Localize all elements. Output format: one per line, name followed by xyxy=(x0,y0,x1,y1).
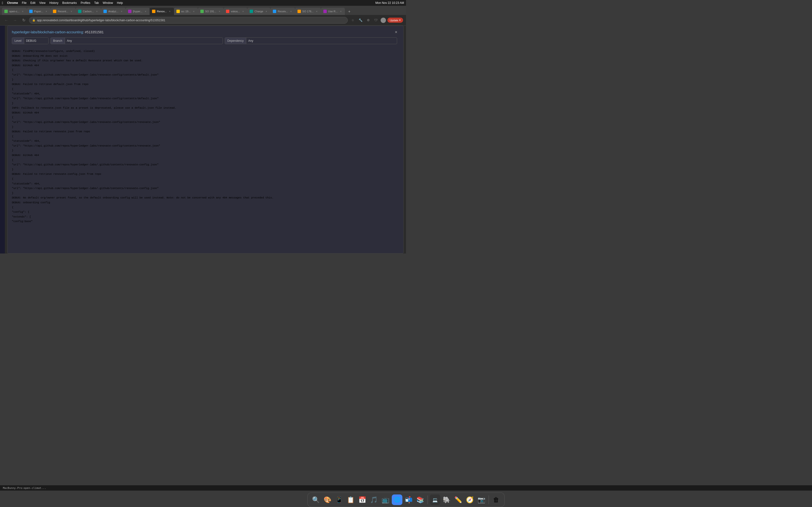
addressbar: ← → ↻ 🔒 app.renovatebot.com/dashboard#gi… xyxy=(0,15,406,25)
tab-close-11[interactable]: × xyxy=(265,10,268,13)
branch-filter-label: Branch xyxy=(51,38,65,44)
browser-content: hyperledger-labs/blockchain-carbon-accou… xyxy=(0,25,406,253)
log-line-9c: } xyxy=(12,167,399,172)
tab-close-1[interactable]: × xyxy=(21,10,24,13)
tab-6[interactable]: [hyper... × xyxy=(126,8,150,15)
tab-close-10[interactable]: × xyxy=(242,10,245,13)
tab-close-6[interactable]: × xyxy=(144,10,147,13)
log-line-7: DEBUG: GitHub 404 xyxy=(12,111,399,115)
tab-9[interactable]: SO 191... × xyxy=(198,8,223,15)
tab-favicon-14 xyxy=(323,10,327,13)
menubar-history[interactable]: History xyxy=(49,1,58,5)
tab-8[interactable]: so::19... × xyxy=(174,8,198,15)
level-filter-group: Level DEBUGINFOWARN xyxy=(12,38,49,44)
tab-7[interactable]: Renov... × xyxy=(150,8,174,15)
tab-favicon-9 xyxy=(200,10,204,13)
tab-label-5: Analyz... xyxy=(108,10,118,13)
tab-13[interactable]: SO 176... × xyxy=(295,8,321,15)
tab-close-9[interactable]: × xyxy=(218,10,221,13)
log-line-5b: "statusCode": 404, xyxy=(12,92,399,96)
back-button[interactable]: ← xyxy=(3,17,10,24)
tab-close-12[interactable]: × xyxy=(289,10,293,13)
log-line-9b: "url": "https://api.github.com/repos/hyp… xyxy=(12,163,399,167)
update-chevron-icon: ▾ xyxy=(399,18,401,22)
menubar-view[interactable]: View xyxy=(39,1,46,5)
tab-label-14: Use R... xyxy=(328,10,338,13)
level-filter-select[interactable]: DEBUGINFOWARN xyxy=(24,38,48,44)
log-line-8b: "statusCode": 404, xyxy=(12,139,399,144)
menubar-tab[interactable]: Tab xyxy=(94,1,99,5)
log-line-10b: "statusCode": 404, xyxy=(12,181,399,186)
log-modal: hyperledger-labs/blockchain-carbon-accou… xyxy=(7,25,404,253)
lock-icon: 🔒 xyxy=(32,18,36,22)
tab-2[interactable]: Paper... × xyxy=(27,8,51,15)
branch-filter-input[interactable] xyxy=(65,38,105,44)
menubar-time: Mon Nov 22 10:23 AM xyxy=(375,1,404,5)
tab-favicon-4 xyxy=(78,10,82,13)
tab-14[interactable]: Use R... × xyxy=(321,8,345,15)
tab-favicon-13 xyxy=(298,10,301,13)
menubar:  Chrome File Edit View History Bookmark… xyxy=(0,0,406,6)
forward-button[interactable]: → xyxy=(12,17,18,24)
tab-3[interactable]: Recent... × xyxy=(51,8,75,15)
tab-close-7[interactable]: × xyxy=(168,10,171,13)
update-label: Update xyxy=(390,19,398,22)
modal-close-button[interactable]: × xyxy=(393,29,399,35)
tab-4[interactable]: Carbon... × xyxy=(75,8,101,15)
tab-close-14[interactable]: × xyxy=(339,10,343,13)
menubar-file[interactable]: File xyxy=(22,1,27,5)
repo-link[interactable]: hyperledger-labs/blockchain-carbon-accou… xyxy=(12,30,83,34)
menubar-profiles[interactable]: Profiles xyxy=(81,1,90,5)
log-line-6: INFO: Fallback to renovate.json file as … xyxy=(12,106,399,111)
bookmark-icon[interactable]: ☆ xyxy=(350,17,356,23)
tab-favicon-1 xyxy=(4,10,8,13)
tab-close-13[interactable]: × xyxy=(315,10,318,13)
extension-icon-1[interactable]: 🔧 xyxy=(357,17,364,23)
tab-label-2: Paper... xyxy=(34,10,43,13)
user-avatar[interactable] xyxy=(380,18,386,23)
tab-label-11: Charge xyxy=(254,10,263,13)
extension-icon-2[interactable]: ⚙ xyxy=(365,17,371,23)
apple-menu[interactable]:  xyxy=(2,1,3,5)
log-line-12: DEBUG: onboarding config xyxy=(12,201,399,205)
log-container[interactable]: DEBUG: findPR(renovate/configure, undefi… xyxy=(7,47,403,253)
url-bar[interactable]: 🔒 app.renovatebot.com/dashboard#github/h… xyxy=(29,17,348,24)
menubar-chrome[interactable]: Chrome xyxy=(7,1,18,5)
menubar-bookmarks[interactable]: Bookmarks xyxy=(62,1,77,5)
log-line-3: DEBUG: Checking if this org/owner has a … xyxy=(12,58,399,63)
tab-1[interactable]: open-c... × xyxy=(2,8,27,15)
log-line-4c: } xyxy=(12,77,399,82)
log-line-4a: { xyxy=(12,68,399,73)
tab-close-8[interactable]: × xyxy=(192,10,196,13)
log-line-7b: "url": "https://api.github.com/repos/hyp… xyxy=(12,120,399,125)
tab-10[interactable]: vokos... × xyxy=(223,8,247,15)
log-line-9a: { xyxy=(12,158,399,163)
url-text: app.renovatebot.com/dashboard#github/hyp… xyxy=(37,18,345,22)
tab-favicon-8 xyxy=(176,10,180,13)
tab-close-2[interactable]: × xyxy=(45,10,48,13)
tab-5[interactable]: Analyz... × xyxy=(101,8,126,15)
menubar-help[interactable]: Help xyxy=(117,1,123,5)
reload-button[interactable]: ↻ xyxy=(20,17,27,24)
branch-filter-group: Branch xyxy=(51,38,223,44)
extension-icon-3[interactable]: 🛡 xyxy=(373,17,379,23)
tab-label-7: Renov... xyxy=(157,10,166,13)
log-line-10a: { xyxy=(12,177,399,181)
log-line-5a: { xyxy=(12,87,399,92)
log-line-8c: "url": "https://api.github.com/repos/hyp… xyxy=(12,144,399,149)
log-line-5d: } xyxy=(12,101,399,106)
menubar-window[interactable]: Window xyxy=(103,1,113,5)
new-tab-button[interactable]: + xyxy=(346,8,353,15)
tab-12[interactable]: Receiv... × xyxy=(270,8,295,15)
tab-11[interactable]: Charge × xyxy=(247,8,270,15)
level-filter-label: Level xyxy=(12,38,24,44)
tab-close-3[interactable]: × xyxy=(70,10,73,13)
tab-close-5[interactable]: × xyxy=(120,10,123,13)
menubar-edit[interactable]: Edit xyxy=(31,1,36,5)
log-line-1: DEBUG: findPR(renovate/configure, undefi… xyxy=(12,49,399,54)
tab-close-4[interactable]: × xyxy=(95,10,99,13)
log-line-12b: "config": { xyxy=(12,210,399,215)
dependency-filter-input[interactable] xyxy=(246,38,286,44)
update-button[interactable]: Update ▾ xyxy=(388,18,403,23)
tab-favicon-7 xyxy=(152,10,155,13)
